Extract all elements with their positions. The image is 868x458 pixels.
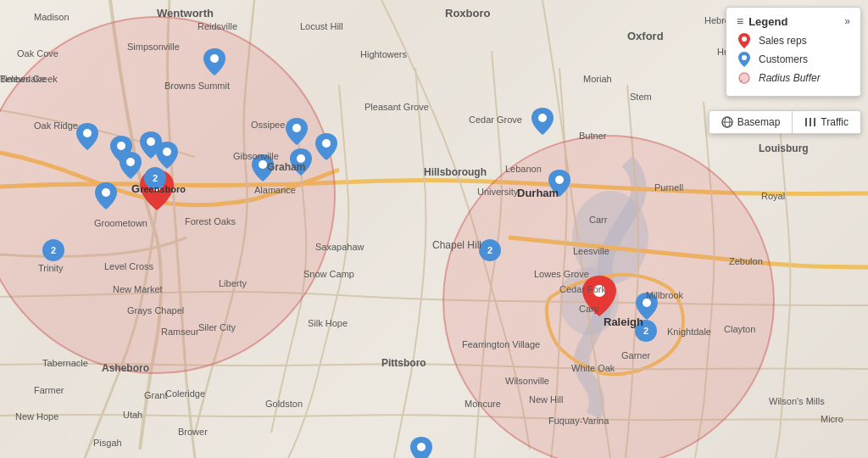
traffic-button[interactable]: Traffic (793, 111, 860, 133)
legend-panel: ≡ Legend » Sales reps Customers (726, 7, 861, 97)
svg-rect-37 (810, 118, 811, 126)
svg-point-18 (555, 176, 564, 184)
svg-point-19 (643, 299, 651, 307)
svg-rect-38 (814, 118, 815, 126)
svg-point-9 (147, 137, 155, 146)
svg-text:2: 2 (487, 245, 492, 255)
map-controls: Basemap Traffic (709, 110, 861, 134)
basemap-label: Basemap (737, 116, 781, 128)
svg-point-16 (259, 160, 267, 169)
svg-point-8 (117, 142, 125, 150)
globe-icon (721, 116, 733, 128)
svg-text:2: 2 (51, 245, 56, 255)
legend-customers-label: Customers (759, 53, 808, 65)
svg-point-13 (322, 139, 331, 148)
svg-point-29 (742, 36, 747, 42)
svg-point-30 (742, 55, 747, 60)
legend-radius-icon (737, 70, 752, 86)
traffic-icon (804, 116, 816, 128)
svg-point-6 (210, 54, 219, 63)
svg-point-10 (163, 148, 171, 156)
legend-sales-label: Sales reps (759, 35, 807, 47)
svg-point-14 (292, 124, 301, 132)
traffic-label: Traffic (821, 116, 849, 128)
legend-item-customers: Customers (737, 52, 850, 67)
svg-text:2: 2 (153, 173, 158, 183)
basemap-button[interactable]: Basemap (709, 111, 793, 133)
svg-point-17 (538, 114, 547, 122)
svg-point-5 (593, 285, 605, 297)
svg-point-7 (83, 129, 92, 137)
legend-toggle[interactable]: » (844, 15, 850, 27)
svg-point-15 (297, 154, 305, 163)
svg-point-12 (102, 188, 110, 197)
legend-title: Legend (748, 15, 787, 28)
legend-customers-icon (737, 52, 752, 67)
svg-point-11 (126, 158, 135, 166)
svg-rect-36 (805, 118, 807, 126)
legend-radius-label: Radius Buffer (759, 72, 821, 84)
svg-point-20 (417, 443, 426, 451)
legend-item-sales-reps: Sales reps (737, 33, 850, 48)
legend-item-radius: Radius Buffer (737, 70, 850, 86)
svg-text:2: 2 (643, 326, 648, 336)
legend-sales-icon (737, 33, 752, 48)
map-container[interactable]: 2 2 2 2 Greensboro Durham Raleigh Graham… (0, 0, 868, 458)
